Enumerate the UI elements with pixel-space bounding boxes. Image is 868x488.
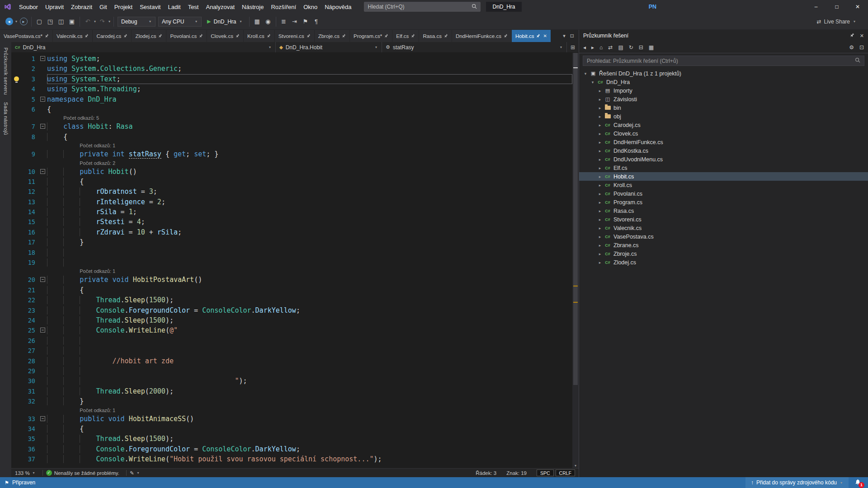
configuration-dropdown[interactable]: Debug ▾ — [118, 17, 156, 27]
codelens-references[interactable]: Počet odkazů: 5 — [63, 114, 99, 122]
new-file-icon[interactable]: ▢ — [34, 16, 44, 27]
attach-to-process-icon[interactable]: ▦ — [252, 16, 262, 27]
tree-item-stvorenics[interactable]: ▸C#Stvoreni.cs — [579, 215, 868, 224]
maximize-button[interactable]: □ — [826, 0, 847, 14]
tab-zlodejcs[interactable]: Zlodej.cs — [132, 30, 166, 42]
lightbulb-icon[interactable] — [14, 76, 19, 81]
solution-search-box[interactable]: Prohledat: Průzkumník řešení (Ctrl+ů) — [583, 56, 864, 66]
tab-zbrojecs[interactable]: Zbroje.cs — [315, 30, 350, 42]
code-editor[interactable]: 1−using System;2using System.Collections… — [11, 53, 579, 468]
chevron-collapsed-icon[interactable]: ▸ — [596, 174, 604, 179]
close-icon[interactable]: ✕ — [860, 33, 864, 39]
chevron-collapsed-icon[interactable]: ▸ — [596, 217, 604, 222]
tree-item-hobitcs[interactable]: ▸C#Hobit.cs — [579, 172, 868, 181]
chevron-collapsed-icon[interactable]: ▸ — [596, 200, 604, 205]
pin-icon[interactable] — [850, 33, 854, 39]
chevron-down-icon[interactable]: ▾ — [94, 19, 96, 23]
split-editor-icon[interactable]: ⊞ — [567, 44, 579, 51]
menu-ladit[interactable]: Ladit — [164, 4, 184, 10]
redo-icon[interactable]: ↷ — [97, 16, 107, 27]
chevron-collapsed-icon[interactable]: ▸ — [596, 252, 604, 256]
chevron-expanded-icon[interactable]: ▾ — [582, 71, 589, 76]
chevron-collapsed-icon[interactable]: ▸ — [596, 131, 604, 136]
project-dropdown[interactable]: C# DnD_Hra ▾ — [11, 42, 276, 52]
type-dropdown[interactable]: ◆ DnD_Hra.Hobit ▾ — [276, 42, 382, 52]
scrollbar-thumb[interactable] — [573, 53, 578, 385]
menu-okno[interactable]: Okno — [300, 4, 321, 10]
tab-vasepostavacs[interactable]: VasePostava.cs* — [0, 30, 53, 42]
minimize-button[interactable]: – — [806, 0, 826, 14]
tab-options-icon[interactable]: ⊡ — [570, 33, 574, 39]
line-indicator[interactable]: Řádek: 3 — [476, 470, 496, 476]
collapse-icon[interactable]: − — [40, 56, 45, 61]
chevron-collapsed-icon[interactable]: ▸ — [596, 183, 604, 188]
menu-upravit[interactable]: Upravit — [42, 4, 67, 10]
tree-item-rasacs[interactable]: ▸C#Rasa.cs — [579, 206, 868, 215]
tree-item-zvislosti[interactable]: ▸◫Závislosti — [579, 95, 868, 103]
tree-item-zlodejcs[interactable]: ▸C#Zlodej.cs — [579, 258, 868, 267]
active-files-list-icon[interactable]: ▾ — [563, 33, 566, 39]
tree-item-dnduvodnimenucs[interactable]: ▸C#DndUvodniMenu.cs — [579, 155, 868, 164]
pin-icon[interactable] — [158, 34, 162, 38]
chevron-collapsed-icon[interactable]: ▸ — [596, 114, 604, 119]
tree-item-krollcs[interactable]: ▸C#Kroll.cs — [579, 181, 868, 189]
refresh-icon[interactable]: ↻ — [629, 44, 633, 51]
menu-projekt[interactable]: Projekt — [111, 4, 136, 10]
scroll-down-icon[interactable]: ▾ — [572, 464, 579, 468]
collapse-icon[interactable]: − — [40, 328, 45, 333]
pin-icon[interactable] — [123, 34, 127, 38]
tab-elfcs[interactable]: Elf.cs — [392, 30, 419, 42]
live-share-button[interactable]: ⇄ Live Share ▾ — [817, 19, 856, 25]
codelens-references[interactable]: Počet odkazů: 1 — [80, 407, 115, 414]
menu-rozšíření[interactable]: Rozšíření — [267, 4, 300, 10]
indent-icon[interactable]: ⇥ — [290, 16, 300, 27]
server-explorer-tab[interactable]: Průzkumník serveru — [3, 42, 9, 97]
menu-nápověda[interactable]: Nápověda — [321, 4, 355, 10]
tree-item-importy[interactable]: ▸▤Importy — [579, 86, 868, 95]
menu-soubor[interactable]: Soubor — [15, 4, 42, 10]
tree-item-bin[interactable]: ▸bin — [579, 103, 868, 112]
collapse-icon[interactable]: − — [40, 97, 45, 102]
tab-povolanics[interactable]: Povolani.cs — [166, 30, 207, 42]
pin-icon[interactable] — [85, 34, 89, 38]
problems-indicator[interactable]: ✓ Nenašly se žádné problémy. — [46, 470, 119, 476]
tab-rasacs[interactable]: Rasa.cs — [419, 30, 452, 42]
navigate-back-button[interactable]: ◂ — [4, 16, 14, 27]
switch-views-icon[interactable]: ⇄ — [608, 44, 613, 51]
toolbox-tab[interactable]: Sada nástrojů — [3, 97, 9, 137]
tree-item-povolanics[interactable]: ▸C#Povolani.cs — [579, 189, 868, 198]
editor-scrollbar[interactable]: ▾ — [572, 53, 579, 468]
menu-analyzovat[interactable]: Analyzovat — [202, 4, 238, 10]
pin-icon[interactable] — [384, 34, 388, 38]
tab-programcs[interactable]: Program.cs* — [350, 30, 392, 42]
tree-item-dndhernifunkcecs[interactable]: ▸C#DndHerniFunkce.cs — [579, 138, 868, 146]
tab-dndhernifunkcecs[interactable]: DndHerniFunkce.cs — [452, 30, 512, 42]
tab-stvorenics[interactable]: Stvoreni.cs — [275, 30, 315, 42]
tree-item-clovekcs[interactable]: ▸C#Clovek.cs — [579, 129, 868, 138]
start-debugging-button[interactable]: ▶ DnD_Hra ▾ — [203, 16, 247, 27]
tree-item-carodejcs[interactable]: ▸C#Carodej.cs — [579, 121, 868, 129]
menu-git[interactable]: Git — [96, 4, 111, 10]
preview-selected-icon[interactable]: ⊡ — [859, 44, 864, 51]
forward-icon[interactable]: ▸ — [591, 44, 594, 51]
formatting-marks-icon[interactable]: ¶ — [311, 16, 321, 27]
pending-changes-icon[interactable]: ▤ — [618, 44, 623, 51]
menu-sestavit[interactable]: Sestavit — [136, 4, 164, 10]
collapse-icon[interactable]: − — [40, 169, 45, 174]
properties-icon[interactable]: ⚙ — [849, 44, 854, 51]
collapse-all-icon[interactable]: ⊟ — [639, 44, 643, 51]
collapse-icon[interactable]: − — [40, 416, 45, 421]
bookmark-icon[interactable]: ⚑ — [301, 16, 311, 27]
pin-icon[interactable] — [199, 34, 203, 38]
menu-test[interactable]: Test — [184, 4, 203, 10]
chevron-expanded-icon[interactable]: ▾ — [589, 80, 596, 84]
chevron-collapsed-icon[interactable]: ▸ — [596, 157, 604, 162]
save-all-icon[interactable]: ▣ — [67, 16, 77, 27]
home-icon[interactable]: ⌂ — [599, 44, 603, 51]
chevron-collapsed-icon[interactable]: ▸ — [596, 140, 604, 145]
tree-item-elfcs[interactable]: ▸C#Elf.cs — [579, 164, 868, 172]
chevron-collapsed-icon[interactable]: ▸ — [596, 97, 604, 102]
tree-item-zbrojecs[interactable]: ▸C#Zbroje.cs — [579, 249, 868, 258]
tree-item-programcs[interactable]: ▸C#Program.cs — [579, 198, 868, 206]
close-icon[interactable]: ✕ — [543, 33, 547, 38]
